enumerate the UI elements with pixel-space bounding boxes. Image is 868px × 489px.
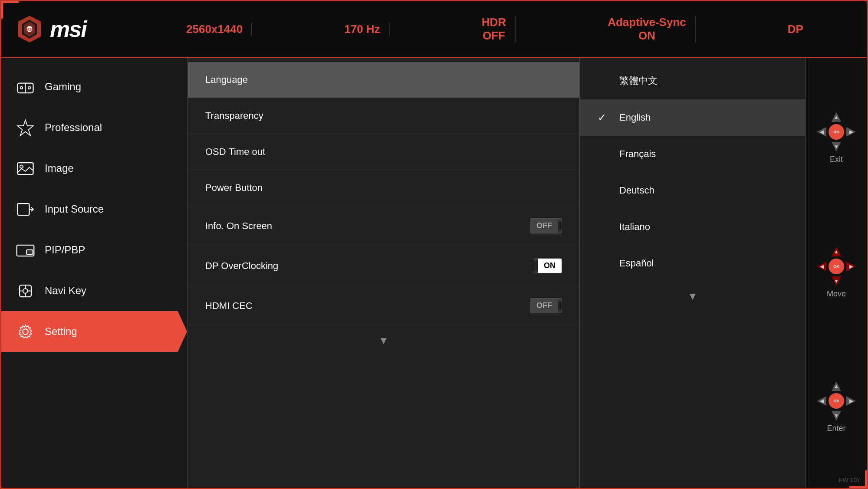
- msi-dragon-icon: MSI: [14, 14, 45, 44]
- move-control: ▲ ◀ OK ▶ ▼ Move: [817, 247, 856, 299]
- power-button-label: Power Button: [205, 182, 263, 194]
- menu-item-info-on-screen[interactable]: Info. On Screen OFF: [188, 206, 579, 246]
- setting-icon: [14, 321, 36, 342]
- lang-item-german[interactable]: Deutsch: [580, 172, 805, 209]
- pip-pbp-icon: [14, 239, 36, 261]
- sidebar-item-pip-pbp[interactable]: PIP/PBP: [1, 230, 187, 270]
- enter-ok-label: OK: [833, 399, 839, 403]
- menu-item-osd-timeout[interactable]: OSD Time out: [188, 134, 579, 170]
- gaming-icon: [14, 76, 36, 98]
- sidebar-item-setting[interactable]: Setting: [1, 311, 187, 352]
- italian-check-placeholder: [598, 221, 611, 233]
- language-scroll-down[interactable]: ▼: [580, 282, 805, 311]
- professional-label: Professional: [45, 121, 102, 134]
- hdmi-cec-toggle[interactable]: OFF: [530, 298, 562, 313]
- controls-panel: ▲ ◀ OK ▶ ▼ Exit ▲ ◀ OK ▶: [806, 58, 867, 488]
- exit-label: Exit: [830, 155, 843, 164]
- center-scroll-down[interactable]: ▼: [188, 326, 579, 355]
- exit-dpad-center[interactable]: OK: [829, 124, 844, 140]
- svg-point-11: [20, 165, 23, 168]
- svg-text:MSI: MSI: [26, 27, 33, 32]
- osd-timeout-label: OSD Time out: [205, 146, 265, 158]
- svg-rect-15: [26, 249, 33, 254]
- resolution-stat: 2560x1440: [178, 23, 252, 36]
- move-dpad-down[interactable]: ▼: [832, 276, 841, 286]
- move-dpad-right[interactable]: ▶: [846, 262, 856, 271]
- french-label: Français: [619, 148, 656, 160]
- input-source-icon: [14, 198, 36, 220]
- spanish-check-placeholder: [598, 257, 611, 269]
- refresh-rate-stat: 170 Hz: [335, 23, 389, 36]
- svg-point-17: [23, 289, 28, 293]
- enter-dpad[interactable]: ▲ ◀ OK ▶ ▼: [817, 381, 856, 420]
- english-check-mark: ✓: [598, 112, 611, 124]
- enter-dpad-center[interactable]: OK: [829, 393, 844, 409]
- lang-item-italian[interactable]: Italiano: [580, 209, 805, 245]
- sidebar-item-professional[interactable]: Professional: [1, 107, 187, 148]
- hdmi-cec-off-label: OFF: [530, 299, 558, 313]
- german-label: Deutsch: [619, 185, 654, 196]
- pip-pbp-label: PIP/PBP: [45, 244, 85, 256]
- svg-point-22: [23, 329, 28, 335]
- move-dpad-center[interactable]: OK: [829, 259, 844, 274]
- center-panel: Language Transparency OSD Time out Power…: [188, 58, 580, 488]
- header: MSI msi 2560x1440 170 Hz HDR OFF Adaptiv…: [1, 1, 867, 58]
- sidebar-item-gaming[interactable]: Gaming: [1, 66, 187, 107]
- move-dpad-up[interactable]: ▲: [832, 247, 841, 256]
- move-dpad[interactable]: ▲ ◀ OK ▶ ▼: [817, 247, 856, 286]
- gaming-label: Gaming: [45, 81, 81, 93]
- main-frame: MSI msi 2560x1440 170 Hz HDR OFF Adaptiv…: [0, 0, 868, 489]
- lang-item-english[interactable]: ✓ English: [580, 99, 805, 136]
- move-dpad-left[interactable]: ◀: [817, 262, 826, 271]
- exit-dpad-down[interactable]: ▼: [832, 142, 841, 151]
- corner-accent-tl: [1, 1, 19, 19]
- msi-logo-text: msi: [50, 16, 86, 42]
- dp-overclocking-toggle[interactable]: ON: [534, 258, 562, 273]
- menu-item-hdmi-cec[interactable]: HDMI CEC OFF: [188, 286, 579, 326]
- exit-dpad-right[interactable]: ▶: [846, 127, 856, 137]
- main-content: Gaming Professional Im: [1, 58, 867, 488]
- sidebar-item-image[interactable]: Image: [1, 148, 187, 189]
- corner-accent-br: [849, 470, 867, 488]
- enter-control: ▲ ◀ OK ▶ ▼ Enter: [817, 381, 856, 433]
- exit-dpad-left[interactable]: ◀: [817, 127, 826, 137]
- sidebar-item-navi-key[interactable]: Navi Key: [1, 270, 187, 311]
- exit-ok-label: OK: [833, 130, 839, 134]
- svg-point-7: [20, 86, 22, 89]
- svg-point-8: [28, 86, 30, 89]
- menu-item-language[interactable]: Language: [188, 62, 579, 98]
- menu-item-dp-overclocking[interactable]: DP OverClocking ON: [188, 246, 579, 286]
- info-on-screen-toggle[interactable]: OFF: [530, 218, 562, 233]
- enter-label: Enter: [827, 424, 845, 433]
- traditional-chinese-label: 繁體中文: [619, 74, 658, 87]
- sync-stat: Adaptive-Sync ON: [599, 16, 696, 43]
- transparency-label: Transparency: [205, 110, 263, 121]
- input-stat: DP: [779, 23, 812, 36]
- setting-label: Setting: [45, 325, 77, 338]
- enter-dpad-right[interactable]: ▶: [846, 396, 856, 406]
- lang-item-french[interactable]: Français: [580, 136, 805, 172]
- lang-item-spanish[interactable]: Español: [580, 245, 805, 282]
- exit-dpad[interactable]: ▲ ◀ OK ▶ ▼: [817, 112, 856, 151]
- info-on-screen-label: Info. On Screen: [205, 220, 272, 232]
- logo-area: MSI msi: [14, 14, 136, 44]
- menu-item-power-button[interactable]: Power Button: [188, 170, 579, 206]
- german-check-placeholder: [598, 184, 611, 197]
- sidebar-item-input-source[interactable]: Input Source: [1, 189, 187, 230]
- lang-item-traditional-chinese[interactable]: 繁體中文: [580, 62, 805, 99]
- svg-rect-12: [17, 203, 29, 215]
- professional-icon: [14, 117, 36, 138]
- hdr-stat: HDR OFF: [473, 16, 516, 43]
- sidebar: Gaming Professional Im: [1, 58, 188, 488]
- french-check-placeholder: [598, 148, 611, 160]
- menu-item-transparency[interactable]: Transparency: [188, 98, 579, 134]
- spanish-label: Español: [619, 258, 654, 269]
- check-mark-placeholder: [598, 75, 611, 87]
- dp-overclocking-label: DP OverClocking: [205, 260, 278, 272]
- enter-dpad-up[interactable]: ▲: [832, 381, 841, 391]
- svg-marker-9: [17, 120, 33, 135]
- exit-dpad-up[interactable]: ▲: [832, 112, 841, 122]
- enter-dpad-down[interactable]: ▼: [832, 411, 841, 420]
- navi-key-label: Navi Key: [45, 285, 86, 297]
- enter-dpad-left[interactable]: ◀: [817, 396, 826, 406]
